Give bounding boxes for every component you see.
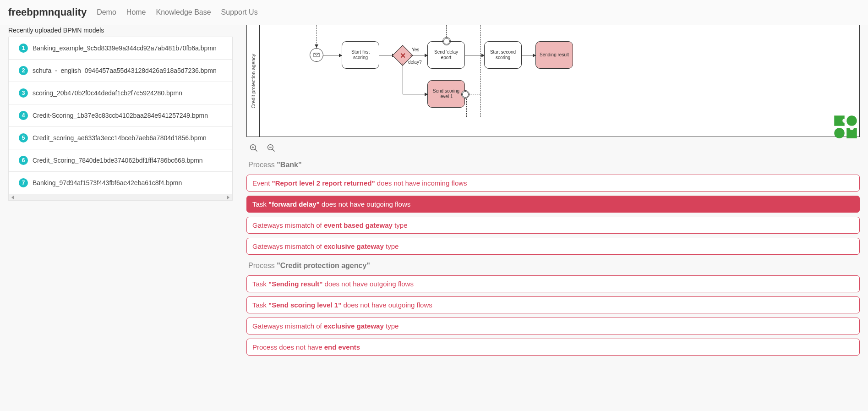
model-item[interactable]: 5Credit_scoring_ae633fa3ecc14bceb7aeb6a7…	[9, 127, 232, 149]
intermediate-event	[461, 90, 469, 99]
sidebar-title: Recently uploaded BPMN models	[8, 25, 233, 37]
task-sending-result: Sending result	[535, 41, 573, 69]
task-send-delay-report: Send 'delay eport	[427, 41, 465, 69]
model-item[interactable]: 2schufa_-_english_0946457aa55d43128d426a…	[9, 60, 232, 82]
item-number: 2	[19, 66, 28, 75]
issue-item[interactable]: Process does not have end events	[246, 339, 860, 356]
item-number: 6	[19, 156, 28, 165]
model-filename: Banking_example_9c5d8339e9a344cd92a7ab48…	[33, 44, 217, 52]
pool-header: Credit protection agency	[247, 25, 260, 137]
message-flow	[446, 25, 447, 38]
model-filename: Credit_Scoring_7840de1bde374062bdf1fff47…	[33, 157, 203, 164]
sequence-flow	[410, 55, 427, 55]
content-area: Credit protection agency Start first sco…	[246, 25, 860, 360]
model-item[interactable]: 6Credit_Scoring_7840de1bde374062bdf1fff4…	[9, 149, 232, 172]
task-start-first-scoring: Start first scoring	[342, 41, 379, 69]
model-item[interactable]: 1Banking_example_9c5d8339e9a344cd92a7ab4…	[9, 37, 232, 60]
model-filename: Credit_scoring_ae633fa3ecc14bceb7aeb6a78…	[33, 134, 207, 142]
message-flow	[480, 25, 481, 117]
issue-item[interactable]: Gateways mismatch of event based gateway…	[246, 217, 860, 234]
puzzle-badge[interactable]	[833, 115, 858, 139]
gateway-label-delay: delay?	[408, 60, 421, 65]
sequence-flow	[403, 63, 403, 94]
item-number: 7	[19, 178, 28, 187]
start-event	[310, 48, 323, 62]
item-number: 5	[19, 133, 28, 142]
zoom-controls	[246, 142, 860, 158]
process-header-bank: Process "Bank"	[246, 158, 860, 175]
zoom-in-icon	[249, 143, 258, 153]
issue-item[interactable]: Task "forward delay" does not have outgo…	[246, 196, 860, 213]
svg-line-6	[273, 149, 275, 152]
issue-item[interactable]: Gateways mismatch of exclusive gateway t…	[246, 238, 860, 255]
model-list[interactable]: 1Banking_example_9c5d8339e9a344cd92a7ab4…	[8, 37, 233, 194]
x-icon: ✕	[400, 51, 406, 60]
issue-item[interactable]: Event "Report level 2 report returned" d…	[246, 175, 860, 192]
horizontal-scrollbar[interactable]	[8, 194, 233, 201]
sequence-flow	[403, 94, 427, 94]
svg-point-12	[842, 119, 846, 123]
sidebar: Recently uploaded BPMN models 1Banking_e…	[8, 25, 233, 360]
task-send-scoring-level-1: Send scoring level 1	[427, 80, 465, 108]
sequence-flow	[465, 55, 484, 55]
nav-knowledge-base[interactable]: Knowledge Base	[156, 8, 211, 16]
nav-support-us[interactable]: Support Us	[221, 8, 258, 16]
intermediate-event	[442, 37, 451, 45]
svg-line-2	[255, 149, 257, 152]
envelope-icon	[313, 51, 320, 59]
bpmn-diagram[interactable]: Credit protection agency Start first sco…	[246, 25, 860, 137]
brand-title: freebpmnquality	[8, 6, 87, 18]
pool-label: Credit protection agency	[251, 54, 256, 108]
issue-item[interactable]: Task "Send scoring level 1" does not hav…	[246, 296, 860, 313]
issue-item[interactable]: Gateways mismatch of exclusive gateway t…	[246, 318, 860, 334]
zoom-in-button[interactable]	[249, 143, 258, 153]
item-number: 3	[19, 88, 28, 98]
item-number: 1	[19, 44, 28, 53]
item-number: 4	[19, 111, 28, 120]
model-item[interactable]: 7Banking_97d94af1573f443fbf6ae42eba61c8f…	[9, 172, 232, 194]
puzzle-icon	[833, 115, 858, 139]
model-item[interactable]: 4Credit-Scoring_1b37e3c83ccb4102baa284e9…	[9, 104, 232, 127]
nav-demo[interactable]: Demo	[97, 8, 116, 16]
task-start-second-scoring: Start second scoring	[484, 41, 522, 69]
process-header-credit-agency: Process "Credit protection agency"	[246, 259, 860, 275]
model-item[interactable]: 3scoring_20b470b2f0c44dedaf1cb2f7c592428…	[9, 82, 232, 104]
svg-point-9	[846, 115, 857, 126]
model-filename: schufa_-_english_0946457aa55d43128d426a9…	[33, 67, 217, 74]
zoom-out-icon	[267, 143, 276, 153]
model-filename: scoring_20b470b2f0c44dedaf1cb2f7c5924280…	[33, 89, 182, 97]
nav-home[interactable]: Home	[126, 8, 146, 16]
header: freebpmnquality Demo Home Knowledge Base…	[0, 0, 868, 25]
sequence-flow	[323, 55, 342, 55]
msg-arrowhead	[317, 25, 317, 47]
gateway-label-yes: Yes	[412, 47, 419, 52]
sequence-flow	[522, 55, 535, 55]
svg-point-10	[834, 128, 845, 138]
issue-item[interactable]: Task "Sending result" does not have outg…	[246, 275, 860, 292]
zoom-out-button[interactable]	[267, 143, 276, 153]
model-filename: Credit-Scoring_1b37e3c83ccb4102baa284e94…	[33, 112, 208, 119]
svg-point-13	[850, 126, 854, 130]
model-filename: Banking_97d94af1573f443fbf6ae42eba61c8f4…	[33, 179, 182, 186]
